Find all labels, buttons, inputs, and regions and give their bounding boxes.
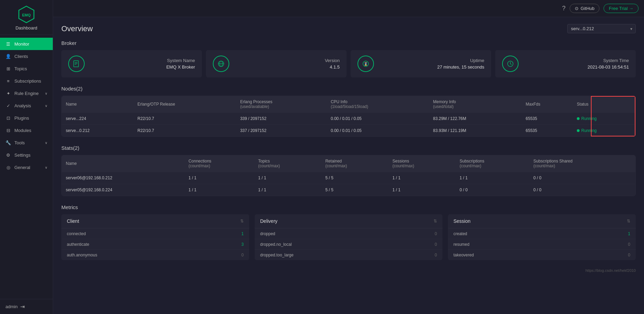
sidebar-item-rule-engine[interactable]: ✦ Rule Engine ∨ (0, 87, 53, 99)
page-title: Overview (61, 24, 93, 33)
sidebar-item-subscriptions[interactable]: ≡ Subscriptions (0, 75, 53, 87)
metrics-session-row-takeovered: takeovered 0 (448, 250, 636, 260)
system-time-icon (502, 56, 519, 72)
nodes-row-1-maxfds: 65535 (522, 113, 573, 125)
stats-col-sessions: Sessions(count/max) (388, 155, 455, 172)
stats-row-2-subscriptions: 0 / 0 (455, 184, 529, 196)
version-label: Version (235, 58, 340, 63)
general-icon: ◎ (5, 165, 11, 170)
sidebar-item-general-label: General (14, 165, 41, 170)
metrics-delivery-val-dropped-too-large: 0 (435, 253, 437, 257)
sidebar-item-rule-engine-label: Rule Engine (14, 91, 41, 96)
sidebar-nav: ☰ Monitor 👤 Clients ⊞ Topics ≡ Subscript… (0, 35, 53, 299)
nodes-col-name: Name (62, 96, 133, 113)
metrics-delivery-sort[interactable]: ⇅ (434, 219, 437, 224)
metrics-client-key-auth-anonymous: auth.anonymous (67, 253, 97, 257)
metrics-delivery-row-dropped-too-large: dropped.too_large 0 (255, 250, 442, 260)
sidebar-item-tools-label: Tools (14, 140, 41, 145)
rule-engine-arrow: ∨ (45, 92, 47, 95)
metrics-session-key-resumed: resumed (453, 242, 470, 247)
metrics-client-header: Client ⇅ (61, 214, 249, 228)
sidebar-item-analysis[interactable]: ✓ Analysis ∨ (0, 99, 53, 112)
free-trial-button[interactable]: Free Trial → (604, 4, 639, 13)
svg-text:⌛: ⌛ (364, 62, 368, 66)
nodes-table-wrapper: Name Erlang/OTP Release Erlang Processes… (61, 96, 636, 137)
subscriptions-icon: ≡ (5, 78, 11, 84)
nodes-section: Nodes(2) Name Erlang/OTP Release Erlang … (61, 86, 636, 137)
stats-col-topics: Topics(count/max) (254, 155, 321, 172)
broker-card-version: Version 4.1.5 (206, 50, 347, 77)
sidebar-item-plugins-label: Plugins (14, 116, 47, 121)
stats-row-2-retained: 5 / 5 (321, 184, 388, 196)
metrics-delivery-header: Delivery ⇅ (255, 214, 442, 228)
analysis-icon: ✓ (5, 103, 11, 108)
stats-row-1-connections: 1 / 1 (184, 172, 254, 184)
metrics-section: Metrics Client ⇅ connected 1 authenticat… (61, 204, 636, 260)
sidebar-item-clients[interactable]: 👤 Clients (0, 50, 53, 62)
system-name-label: System Name (90, 58, 195, 63)
system-time-value: 2021-08-03 16:54:51 (524, 64, 629, 70)
help-icon[interactable]: ? (562, 5, 566, 12)
metrics-delivery-key-dropped-no-local: dropped.no_local (260, 242, 292, 247)
metrics-session-sort[interactable]: ⇅ (627, 219, 630, 224)
sidebar-item-plugins[interactable]: ⊡ Plugins (0, 112, 53, 124)
system-name-icon (68, 56, 85, 72)
metrics-session-row-created: created 1 (448, 228, 636, 239)
nodes-row-1-cpu: 0.00 / 0.01 / 0.05 (327, 113, 429, 125)
metrics-delivery-title: Delivery (260, 218, 278, 224)
server-select-wrapper[interactable]: serv...0.212 (567, 24, 636, 33)
sidebar-item-general[interactable]: ◎ General ∨ (0, 161, 53, 173)
github-label: GitHub (581, 6, 594, 11)
sidebar-item-tools[interactable]: 🔧 Tools ∨ (0, 136, 53, 149)
metrics-client-row-authenticate: authenticate 3 (61, 239, 249, 250)
nodes-col-processes: Erlang Processes(used/avaliable) (236, 96, 327, 113)
emq-logo: EMQ (17, 5, 35, 23)
nodes-row-2-memory: 83.93M / 121.19M (429, 125, 522, 137)
sidebar-item-modules[interactable]: ⊟ Modules (0, 124, 53, 136)
nodes-row-2-maxfds: 65535 (522, 125, 573, 137)
github-icon: ⊙ (575, 6, 579, 11)
general-arrow: ∨ (45, 166, 47, 169)
broker-card-uptime: ⌛ Uptime 27 minutes, 15 seconds (351, 50, 491, 77)
metrics-session-val-created: 1 (628, 231, 630, 236)
uptime-icon: ⌛ (357, 56, 374, 72)
sidebar-item-subscriptions-label: Subscriptions (14, 78, 47, 84)
topics-icon: ⊞ (5, 66, 11, 71)
stats-row-2: server05@192.168.0.224 1 / 1 1 / 1 5 / 5… (62, 184, 635, 196)
sidebar-item-clients-label: Clients (14, 54, 47, 59)
nodes-col-maxfds: MaxFds (522, 96, 573, 113)
page-header: Overview serv...0.212 (61, 24, 636, 33)
metrics-session-val-takeovered: 0 (628, 253, 630, 257)
metrics-session-val-resumed: 0 (628, 242, 630, 247)
nodes-row-2-processes: 337 / 2097152 (236, 125, 327, 137)
user-label: admin (5, 304, 17, 309)
status-dot-2 (577, 129, 580, 132)
metrics-session-key-created: created (453, 231, 467, 236)
svg-rect-2 (74, 61, 78, 67)
version-icon (213, 56, 229, 72)
sidebar-item-modules-label: Modules (14, 128, 47, 133)
metrics-session-row-resumed: resumed 0 (448, 239, 636, 250)
nodes-section-title: Nodes(2) (61, 86, 636, 92)
uptime-label: Uptime (379, 58, 484, 63)
settings-icon: ⚙ (5, 152, 11, 158)
broker-card-system-time-info: System Time 2021-08-03 16:54:51 (524, 58, 629, 70)
modules-icon: ⊟ (5, 128, 11, 133)
github-button[interactable]: ⊙ GitHub (570, 4, 599, 13)
metrics-delivery-key-dropped: dropped (260, 231, 275, 236)
stats-row-1-retained: 5 / 5 (321, 172, 388, 184)
sidebar-item-settings[interactable]: ⚙ Settings (0, 149, 53, 161)
rule-icon: ✦ (5, 90, 11, 96)
sidebar-item-topics[interactable]: ⊞ Topics (0, 62, 53, 75)
metrics-client-title: Client (67, 218, 79, 224)
sidebar-item-analysis-label: Analysis (14, 103, 41, 108)
stats-col-name: Name (62, 155, 184, 172)
stats-row-1-subscriptions: 1 / 1 (455, 172, 529, 184)
metrics-client-sort[interactable]: ⇅ (240, 219, 244, 224)
broker-card-system-name: System Name EMQ X Broker (61, 50, 202, 77)
server-select[interactable]: serv...0.212 (567, 24, 636, 33)
logout-button[interactable]: ⇥ (20, 303, 25, 310)
sidebar-item-monitor[interactable]: ☰ Monitor (0, 38, 53, 50)
stats-section-title: Stats(2) (61, 145, 636, 151)
metrics-grid: Client ⇅ connected 1 authenticate 3 auth… (61, 214, 636, 260)
